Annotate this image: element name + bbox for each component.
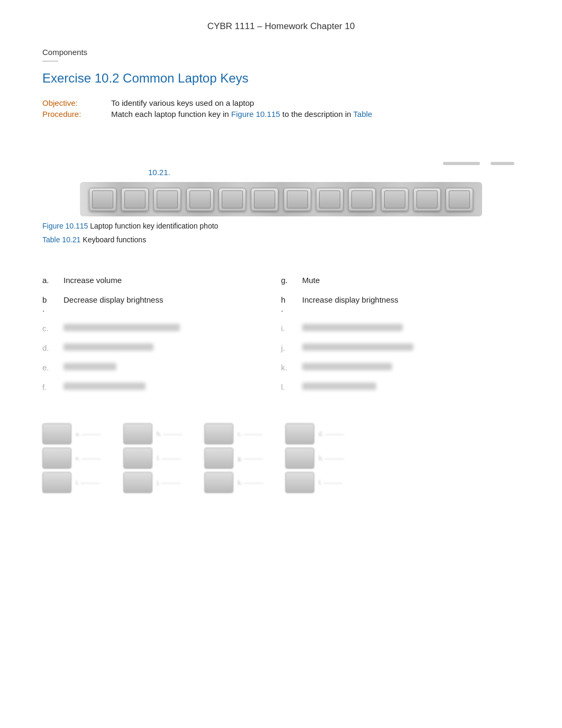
thumb-5: e. ——— [42,448,113,469]
thumb-7: g. ——— [204,448,275,469]
thumb-img-3 [204,423,233,444]
function-item-e: e. [42,358,281,377]
thumb-img-7 [204,448,233,469]
thumb-1: a. ——— [42,423,113,444]
thumb-label-9: i. ——— [76,479,113,487]
thumb-label-11: k. ——— [238,479,275,487]
thumb-label-12: l. ——— [319,479,356,487]
key-f8 [316,188,343,211]
thumb-11: k. ——— [204,472,275,493]
procedure-text-before: Match each laptop function key in [111,110,229,119]
function-item-j: j. [281,338,520,358]
function-text-g: Mute [302,276,320,285]
scrollbar-area [42,162,520,165]
function-letter-f: f. [42,383,64,392]
function-item-l: l. [281,377,520,397]
function-text-c [64,324,180,331]
thumb-2: b. ——— [123,423,194,444]
function-letter-l: l. [281,383,302,392]
thumb-img-10 [123,472,152,493]
function-letter-a: a. [42,276,64,285]
keyboard-image [80,182,482,216]
thumb-9: i. ——— [42,472,113,493]
figure-area: 10.21. [42,162,520,216]
thumb-img-4 [285,423,314,444]
function-item-c: c. [42,319,281,338]
thumb-12: l. ——— [285,472,356,493]
procedure-text-mid: to the description in [283,110,353,119]
function-item-i: i. [281,319,520,338]
thumb-img-9 [42,472,71,493]
function-letter-g: g. [281,276,302,285]
objective-section: Objective: To identify various keys used… [42,97,520,120]
bottom-image-area: a. ——— b. ——— c. ——— d. ——— e. ——— f. ——… [42,423,520,493]
thumb-label-5: e. ——— [76,454,113,462]
bottom-row-2: e. ——— f. ——— g. ——— h. ——— [42,448,520,469]
scrollbar-h [443,162,480,165]
key-f11 [413,188,441,211]
function-text-i [302,324,403,331]
thumb-label-6: f. ——— [157,454,194,462]
figure-caption-text: Laptop function key identification photo [90,222,218,230]
bottom-row-1: a. ——— b. ——— c. ——— d. ——— [42,423,520,444]
function-letter-c: c. [42,324,64,333]
functions-grid: a. Increase volume g. Mute b. Decrease d… [42,270,520,397]
table-ref-line: 10.21. [148,168,520,177]
function-item-b: b. Decrease display brightness [42,290,281,319]
table-caption-text: Keyboard functions [83,235,146,244]
function-letter-i: i. [281,324,302,333]
function-text-j [302,343,413,351]
key-f4 [186,188,214,211]
key-f1 [89,188,116,211]
thumb-4: d. ——— [285,423,356,444]
function-item-h: h. Increase display brightness [281,290,520,319]
thumb-label-7: g. ——— [238,454,275,462]
divider [42,61,58,61]
key-f10 [381,188,409,211]
figure-caption: Figure 10.115 Laptop function key identi… [42,222,520,230]
function-text-h: Increase display brightness [302,295,398,304]
key-f2 [121,188,149,211]
keyboard-keys [80,184,482,215]
table-caption: Table 10.21 Keyboard functions [42,235,520,244]
function-text-d [64,343,153,351]
key-f7 [284,188,311,211]
objective-label: Objective: [42,97,111,108]
components-label: Components [42,48,520,57]
table-link-inline[interactable]: Table [353,110,373,119]
function-text-b: Decrease display brightness [64,295,163,304]
function-item-f: f. [42,377,281,397]
procedure-label: Procedure: [42,108,111,120]
thumb-img-12 [285,472,314,493]
thumb-8: h. ——— [285,448,356,469]
function-item-d: d. [42,338,281,358]
key-f5 [219,188,246,211]
exercise-title: Exercise 10.2 Common Laptop Keys [42,71,520,86]
objective-text: To identify various keys used on a lapto… [111,97,372,108]
thumb-label-2: b. ——— [157,430,194,438]
thumb-10: j. ——— [123,472,194,493]
function-letter-k: k. [281,363,302,372]
figure-caption-link[interactable]: Figure 10.115 [42,222,88,230]
procedure-content: Match each laptop function key in Figure… [111,108,372,120]
function-item-a: a. Increase volume [42,270,281,290]
figure-link[interactable]: Figure 10.115 [231,110,280,119]
bottom-row-3: i. ——— j. ——— k. ——— l. ——— [42,472,520,493]
thumb-3: c. ——— [204,423,275,444]
thumb-label-3: c. ——— [238,430,275,438]
table-caption-link[interactable]: Table 10.21 [42,235,80,244]
thumb-label-8: h. ——— [319,454,356,462]
thumb-label-10: j. ——— [157,479,194,487]
thumb-label-4: d. ——— [319,430,356,438]
function-letter-e: e. [42,363,64,372]
thumb-label-1: a. ——— [76,430,113,438]
function-letter-b: b. [42,295,64,313]
key-f12 [446,188,473,211]
table-ref-link[interactable]: 10.21. [148,168,170,177]
thumb-img-1 [42,423,71,444]
function-item-k: k. [281,358,520,377]
function-letter-h: h. [281,295,302,313]
key-f3 [153,188,181,211]
function-text-l [302,383,376,390]
function-text-a: Increase volume [64,276,122,285]
